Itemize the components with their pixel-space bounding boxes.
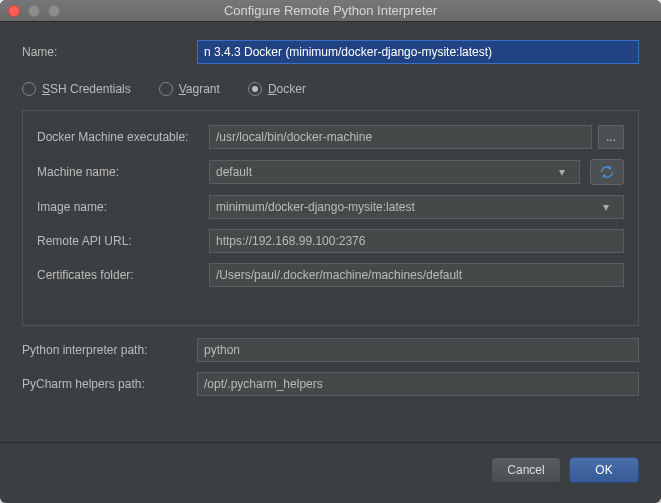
- chevron-down-icon: ▾: [595, 200, 617, 214]
- image-row: Image name: minimum/docker-django-mysite…: [37, 195, 624, 219]
- ellipsis-icon: ...: [606, 130, 616, 144]
- executable-input[interactable]: [216, 130, 585, 144]
- machine-row: Machine name: default ▾: [37, 159, 624, 185]
- radio-ssh[interactable]: SSH Credentials: [22, 82, 131, 96]
- name-input[interactable]: [204, 45, 632, 59]
- python-path-input[interactable]: [204, 343, 632, 357]
- machine-select[interactable]: default ▾: [209, 160, 580, 184]
- python-path-field[interactable]: [197, 338, 639, 362]
- ok-button[interactable]: OK: [569, 457, 639, 483]
- executable-row: Docker Machine executable: ...: [37, 125, 624, 149]
- image-select[interactable]: minimum/docker-django-mysite:latest ▾: [209, 195, 624, 219]
- api-row: Remote API URL:: [37, 229, 624, 253]
- radio-icon: [159, 82, 173, 96]
- cert-field[interactable]: [209, 263, 624, 287]
- ok-label: OK: [595, 463, 612, 477]
- machine-value: default: [216, 165, 252, 179]
- name-field[interactable]: [197, 40, 639, 64]
- image-value: minimum/docker-django-mysite:latest: [216, 200, 415, 214]
- api-input[interactable]: [216, 234, 617, 248]
- machine-label: Machine name:: [37, 165, 209, 179]
- cancel-button[interactable]: Cancel: [491, 457, 561, 483]
- docker-panel: Docker Machine executable: ... Machine n…: [22, 110, 639, 326]
- radio-icon: [22, 82, 36, 96]
- radio-vagrant-label: Vagrant: [179, 82, 220, 96]
- radio-docker[interactable]: Docker: [248, 82, 306, 96]
- refresh-button[interactable]: [590, 159, 624, 185]
- browse-executable-button[interactable]: ...: [598, 125, 624, 149]
- cert-input[interactable]: [216, 268, 617, 282]
- image-label: Image name:: [37, 200, 209, 214]
- python-path-row: Python interpreter path:: [22, 338, 639, 362]
- helpers-path-input[interactable]: [204, 377, 632, 391]
- window-title: Configure Remote Python Interpreter: [0, 3, 661, 18]
- dialog-window: Configure Remote Python Interpreter Name…: [0, 0, 661, 503]
- helpers-path-label: PyCharm helpers path:: [22, 377, 197, 391]
- helpers-path-field[interactable]: [197, 372, 639, 396]
- cert-label: Certificates folder:: [37, 268, 209, 282]
- api-label: Remote API URL:: [37, 234, 209, 248]
- chevron-down-icon: ▾: [551, 165, 573, 179]
- name-label: Name:: [22, 45, 197, 59]
- radio-vagrant[interactable]: Vagrant: [159, 82, 220, 96]
- titlebar: Configure Remote Python Interpreter: [0, 0, 661, 22]
- python-path-label: Python interpreter path:: [22, 343, 197, 357]
- connection-type-group: SSH Credentials Vagrant Docker: [22, 74, 639, 108]
- radio-ssh-label: SSH Credentials: [42, 82, 131, 96]
- name-row: Name:: [22, 40, 639, 64]
- api-field[interactable]: [209, 229, 624, 253]
- refresh-icon: [599, 164, 615, 180]
- executable-field[interactable]: [209, 125, 592, 149]
- cert-row: Certificates folder:: [37, 263, 624, 287]
- radio-docker-label: Docker: [268, 82, 306, 96]
- helpers-path-row: PyCharm helpers path:: [22, 372, 639, 396]
- cancel-label: Cancel: [507, 463, 544, 477]
- dialog-content: Name: SSH Credentials Vagrant Docker Doc…: [0, 22, 661, 442]
- radio-icon: [248, 82, 262, 96]
- dialog-footer: Cancel OK: [0, 442, 661, 503]
- executable-label: Docker Machine executable:: [37, 130, 209, 144]
